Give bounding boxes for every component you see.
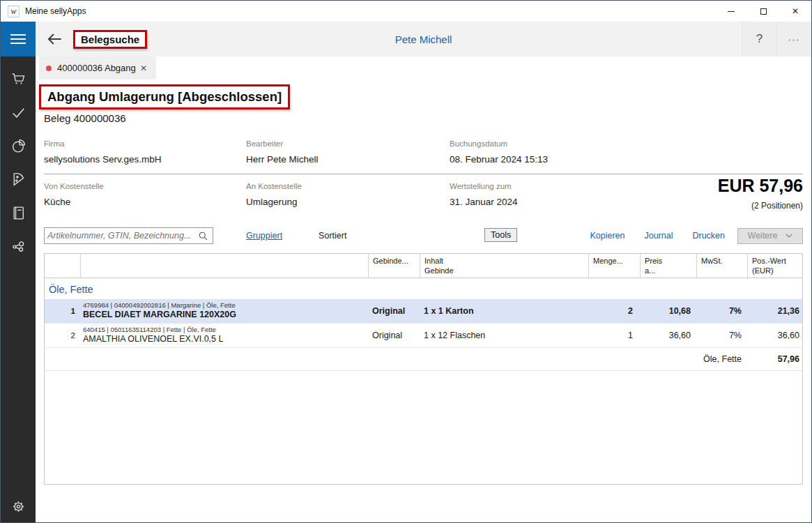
pie-chart-icon	[10, 137, 27, 155]
book-icon	[10, 204, 27, 222]
search-icon[interactable]	[197, 231, 213, 241]
cart-icon	[10, 70, 27, 88]
document-number: Beleg 400000036	[44, 112, 803, 124]
sorted-label[interactable]: Sortiert	[319, 231, 346, 241]
help-icon: ?	[756, 32, 763, 46]
minimize-button[interactable]	[715, 1, 747, 22]
positions-table: Gebinde... Inhalt Gebinde Menge... Preis…	[44, 253, 803, 485]
search-input[interactable]	[45, 231, 197, 241]
subtotal-label: Öle, Fette	[45, 354, 747, 364]
sidebar-item-tasks[interactable]	[1, 96, 36, 129]
table-empty-area	[45, 371, 802, 484]
more-options-button[interactable]: ∙∙∙	[776, 22, 811, 56]
back-arrow-icon	[45, 30, 63, 48]
article-meta: 640415 | 05011635114203 | Fette | Öle, F…	[83, 326, 368, 334]
field-von-kostenstelle: Von Kostenstelle Küche	[44, 182, 246, 207]
group-header[interactable]: Öle, Fette	[45, 278, 802, 299]
document-view: Abgang Umlagerung [Abgeschlossen] Beleg …	[36, 79, 811, 522]
tab-strip: 400000036 Abgang ... ✕	[36, 56, 811, 79]
user-name[interactable]: Pete Michell	[36, 33, 811, 45]
table-header-row: Gebinde... Inhalt Gebinde Menge... Preis…	[45, 254, 802, 278]
positions-count: (2 Positionen)	[718, 201, 803, 211]
menu-icon	[10, 34, 26, 36]
tools-button[interactable]: Tools	[484, 228, 517, 242]
page-title: Abgang Umlagerung [Abgeschlossen]	[39, 84, 290, 109]
header-menge[interactable]: Menge...	[588, 254, 640, 278]
article-name: AMALTHIA OLIVENOEL EX.VI.0,5 L	[83, 334, 368, 345]
navbar: Belegsuche Pete Michell ? ∙∙∙	[36, 22, 811, 56]
sidebar-item-cart[interactable]	[1, 62, 36, 96]
header-article[interactable]	[80, 254, 368, 278]
tab-document[interactable]: 400000036 Abgang ... ✕	[39, 56, 156, 79]
close-button[interactable]: ✕	[779, 1, 811, 22]
copy-link[interactable]: Kopieren	[590, 231, 625, 241]
positions-toolbar: Gruppiert Sortiert Tools Kopieren Journa…	[44, 227, 803, 245]
tab-close-icon[interactable]: ✕	[138, 62, 149, 75]
chevron-down-icon	[786, 234, 792, 238]
document-total: EUR 57,96 (2 Positionen)	[718, 176, 803, 211]
back-button[interactable]	[44, 29, 65, 50]
header-gebinde[interactable]: Gebinde...	[368, 254, 420, 278]
sidebar-item-share[interactable]	[1, 229, 36, 263]
field-an-kostenstelle: An Kostenstelle Umlagerung	[246, 182, 450, 207]
gear-icon	[10, 498, 27, 515]
titlebar: w Meine sellyApps ✕	[1, 1, 811, 22]
app-window: w Meine sellyApps ✕	[0, 0, 812, 523]
tab-label: 400000036 Abgang ...	[57, 63, 138, 73]
print-link[interactable]: Drucken	[692, 231, 725, 241]
header-inhalt-gebinde[interactable]: Inhalt Gebinde	[420, 254, 588, 278]
header-pos[interactable]	[45, 254, 80, 278]
window-title: Meine sellyApps	[25, 6, 86, 16]
maximize-button[interactable]	[747, 1, 779, 22]
menu-button[interactable]	[1, 22, 36, 56]
help-button[interactable]: ?	[742, 22, 776, 56]
sidebar-item-menu-card[interactable]	[1, 162, 36, 196]
field-buchungsdatum: Buchungsdatum 08. Februar 2024 15:13	[450, 139, 803, 165]
field-firma: Firma sellysolutions Serv.ges.mbH	[44, 139, 246, 165]
ellipsis-icon: ∙∙∙	[788, 34, 800, 45]
sidebar-item-journal[interactable]	[1, 196, 36, 229]
table-row[interactable]: 2 640415 | 05011635114203 | Fette | Öle,…	[45, 324, 802, 348]
sidebar	[1, 22, 36, 522]
table-row[interactable]: 1 4769984 | 04000492002816 | Margarine |…	[45, 299, 802, 324]
header-pos-wert[interactable]: Pos.-Wert (EUR)	[747, 254, 805, 278]
total-amount: EUR 57,96	[718, 176, 803, 196]
group-subtotal-row: Öle, Fette 57,96	[45, 348, 802, 371]
minimize-icon	[728, 11, 735, 12]
share-icon	[10, 238, 27, 255]
sidebar-item-settings[interactable]	[1, 498, 36, 522]
search-field	[44, 227, 213, 244]
article-meta: 4769984 | 04000492002816 | Margarine | Ö…	[83, 301, 368, 310]
field-bearbeiter: Bearbeiter Herr Pete Michell	[246, 139, 450, 165]
document-fields: Firma sellysolutions Serv.ges.mbH Bearbe…	[44, 134, 803, 211]
header-preis[interactable]: Preis a...	[640, 254, 696, 278]
journal-link[interactable]: Journal	[644, 231, 673, 241]
article-name: BECEL DIAET MARGARINE 120X20G	[83, 310, 368, 321]
maximize-icon	[760, 8, 767, 15]
window-controls: ✕	[715, 1, 811, 22]
pizza-slice-icon	[10, 171, 27, 188]
header-mwst[interactable]: MwSt.	[696, 254, 747, 278]
breadcrumb[interactable]: Belegsuche	[73, 30, 147, 49]
subtotal-value: 57,96	[747, 354, 805, 364]
grouped-link[interactable]: Gruppiert	[246, 231, 282, 241]
checkmark-icon	[10, 104, 27, 121]
close-icon: ✕	[792, 6, 799, 16]
more-dropdown-button[interactable]: Weitere	[737, 228, 803, 244]
sidebar-item-statistics[interactable]	[1, 129, 36, 162]
unsaved-dot-icon	[46, 66, 52, 71]
app-icon: w	[8, 6, 20, 17]
